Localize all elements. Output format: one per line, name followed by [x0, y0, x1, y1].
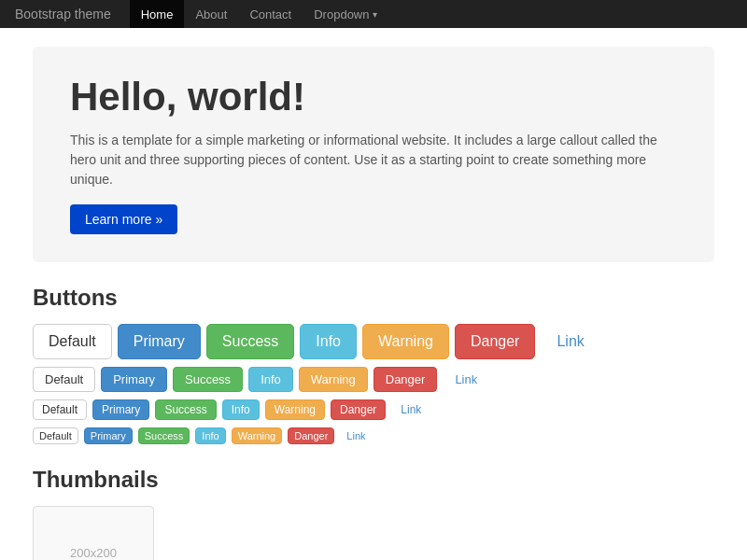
buttons-section-title: Buttons — [33, 285, 714, 311]
navbar: Bootstrap theme Home About Contact Dropd… — [0, 0, 747, 28]
thumbnails-section: Thumbnails 200x200 — [33, 467, 714, 560]
navbar-brand[interactable]: Bootstrap theme — [15, 7, 111, 21]
navbar-nav: Home About Contact Dropdown ▾ — [130, 0, 389, 28]
btn-success-lg[interactable]: Success — [206, 324, 294, 359]
thumbnail-label: 200x200 — [70, 546, 117, 560]
btn-primary-sm[interactable]: Primary — [92, 399, 149, 420]
hero-description: This is a template for a simple marketin… — [70, 131, 677, 189]
btn-success-sm[interactable]: Success — [155, 399, 216, 420]
btn-success-xs[interactable]: Success — [138, 427, 190, 444]
btn-info-sm[interactable]: Info — [222, 399, 260, 420]
btn-link-md[interactable]: Link — [443, 367, 489, 392]
nav-item-contact[interactable]: Contact — [238, 0, 303, 28]
learn-more-button[interactable]: Learn more » — [70, 204, 177, 234]
btn-primary-lg[interactable]: Primary — [118, 324, 201, 359]
nav-item-home[interactable]: Home — [130, 0, 185, 28]
button-row-large: Default Primary Success Info Warning Dan… — [33, 324, 714, 359]
btn-info-lg[interactable]: Info — [300, 324, 357, 359]
btn-danger-xs[interactable]: Danger — [288, 427, 334, 444]
btn-link-xs[interactable]: Link — [340, 427, 372, 444]
dropdown-arrow-icon: ▾ — [373, 9, 377, 20]
btn-danger-sm[interactable]: Danger — [331, 399, 386, 420]
btn-primary-md[interactable]: Primary — [101, 367, 167, 392]
btn-default-md[interactable]: Default — [33, 367, 95, 392]
btn-link-sm[interactable]: Link — [391, 399, 430, 420]
btn-default-sm[interactable]: Default — [33, 399, 87, 420]
thumbnails-section-title: Thumbnails — [33, 467, 714, 493]
hero-heading: Hello, world! — [70, 75, 677, 119]
btn-link-lg[interactable]: Link — [541, 324, 599, 359]
btn-default-lg[interactable]: Default — [33, 324, 112, 359]
btn-warning-md[interactable]: Warning — [299, 367, 368, 392]
btn-warning-lg[interactable]: Warning — [362, 324, 449, 359]
main-container: Hello, world! This is a template for a s… — [19, 28, 728, 560]
nav-item-about[interactable]: About — [184, 0, 238, 28]
btn-info-md[interactable]: Info — [248, 367, 293, 392]
nav-item-dropdown[interactable]: Dropdown ▾ — [303, 0, 388, 28]
btn-danger-md[interactable]: Danger — [374, 367, 438, 392]
thumbnail-item[interactable]: 200x200 — [33, 506, 154, 560]
hero-unit: Hello, world! This is a template for a s… — [33, 47, 714, 262]
btn-danger-lg[interactable]: Danger — [455, 324, 535, 359]
btn-success-md[interactable]: Success — [173, 367, 243, 392]
btn-warning-sm[interactable]: Warning — [265, 399, 325, 420]
btn-default-xs[interactable]: Default — [33, 427, 78, 444]
button-row-xsmall: Default Primary Success Info Warning Dan… — [33, 427, 714, 444]
button-row-small: Default Primary Success Info Warning Dan… — [33, 399, 714, 420]
btn-info-xs[interactable]: Info — [195, 427, 225, 444]
dropdown-label: Dropdown — [314, 7, 369, 21]
buttons-section: Buttons Default Primary Success Info War… — [33, 285, 714, 444]
btn-warning-xs[interactable]: Warning — [232, 427, 283, 444]
button-row-medium: Default Primary Success Info Warning Dan… — [33, 367, 714, 392]
btn-primary-xs[interactable]: Primary — [84, 427, 133, 444]
